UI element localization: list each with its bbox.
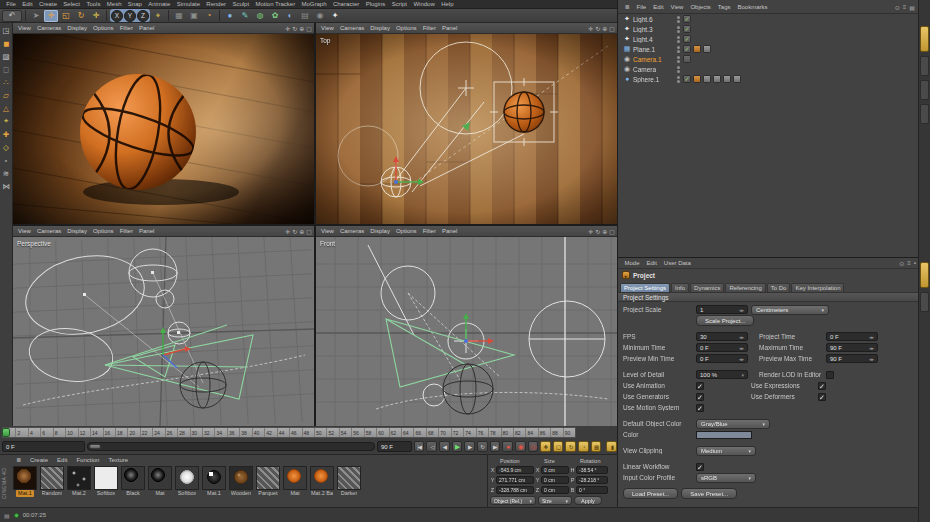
tweak-mode-button[interactable]: ✚ xyxy=(0,128,12,140)
timeline-tick[interactable]: 72 xyxy=(451,428,463,437)
pan-view-icon[interactable]: ✛ xyxy=(285,25,290,32)
x-axis-lock-button[interactable]: X xyxy=(111,10,123,22)
mirror-button[interactable]: ⋈ xyxy=(0,180,12,192)
previous-frame-button[interactable]: ◀ xyxy=(439,441,450,452)
size-value-field[interactable]: 0 cm xyxy=(541,466,569,474)
object-manager-menu-item[interactable]: Bookmarks xyxy=(734,3,771,12)
timeline-tick[interactable]: 40 xyxy=(252,428,264,437)
material-item[interactable]: Mat xyxy=(147,466,173,497)
record-scale-toggle[interactable]: ▢ xyxy=(553,441,564,452)
timeline-tick[interactable]: 82 xyxy=(513,428,525,437)
pan-view-icon[interactable]: ✛ xyxy=(588,228,593,235)
make-editable-button[interactable]: ◳ xyxy=(0,24,12,36)
maximize-view-icon[interactable]: ▢ xyxy=(306,25,312,32)
y-axis-lock-button[interactable]: Y xyxy=(124,10,136,22)
polygons-mode-button[interactable]: △ xyxy=(0,102,12,114)
viewport-menu-item[interactable]: View xyxy=(318,24,337,33)
timeline-tick[interactable]: 88 xyxy=(550,428,562,437)
minimum-time-field[interactable]: 0 F◂▸ xyxy=(696,343,748,352)
texture-mode-button[interactable]: ▨ xyxy=(0,50,12,62)
menubar-item[interactable]: Animate xyxy=(145,0,173,9)
viewport-menu-item[interactable]: Cameras xyxy=(337,227,367,236)
timeline-slider[interactable] xyxy=(87,442,375,451)
menubar-item[interactable]: Motion Tracker xyxy=(252,0,298,9)
timeline-tick[interactable]: 42 xyxy=(264,428,276,437)
add-camera-button[interactable]: ◉ xyxy=(313,10,327,22)
workplane-lock-button[interactable]: ▪ xyxy=(0,154,12,166)
attribute-tab[interactable]: Info xyxy=(671,283,689,292)
timeline-tick[interactable]: 78 xyxy=(488,428,500,437)
material-thumbnail[interactable] xyxy=(310,466,334,490)
points-mode-button[interactable]: ∴ xyxy=(0,76,12,88)
load-preset-button[interactable]: Load Preset... xyxy=(623,488,678,499)
maximize-view-icon[interactable]: ▢ xyxy=(306,228,312,235)
top-view-canvas[interactable] xyxy=(316,34,617,224)
menubar-item[interactable]: Select xyxy=(60,0,83,9)
size-value-field[interactable]: 0 cm xyxy=(541,486,569,494)
object-row-camera1[interactable]: ◉ Camera.1 xyxy=(618,54,918,64)
timeline-tick[interactable]: 80 xyxy=(501,428,513,437)
menubar-item[interactable]: Tools xyxy=(83,0,103,9)
linear-workflow-checkbox[interactable]: ✓ xyxy=(696,463,704,471)
material-menu-item[interactable]: Create xyxy=(26,456,52,465)
viewport-menu-item[interactable]: Cameras xyxy=(34,24,64,33)
timeline-tick[interactable]: 74 xyxy=(463,428,475,437)
timeline-tick[interactable]: 28 xyxy=(177,428,189,437)
attribute-tab[interactable]: Project Settings xyxy=(620,283,670,292)
position-mode-dropdown[interactable]: Object (Rel.)▾ xyxy=(490,496,536,505)
timeline-tick[interactable]: 14 xyxy=(90,428,102,437)
render-view-button[interactable]: ▦ xyxy=(172,10,186,22)
save-preset-button[interactable]: Save Preset... xyxy=(681,488,737,499)
menubar-item[interactable]: Script xyxy=(389,0,411,9)
visibility-dots[interactable] xyxy=(675,66,681,73)
search-icon[interactable]: ⊙ xyxy=(899,260,904,267)
use-generators-checkbox[interactable]: ✓ xyxy=(696,393,704,401)
viewport-menu-item[interactable]: Options xyxy=(393,227,420,236)
preview-min-field[interactable]: 0 F◂▸ xyxy=(696,354,748,363)
workplane-mode-button[interactable]: ◻ xyxy=(0,63,12,75)
timeline-tick[interactable]: 50 xyxy=(314,428,326,437)
material-item[interactable]: Mat.2 Ba xyxy=(309,466,335,497)
attribute-tab[interactable]: Dynamics xyxy=(690,283,724,292)
camera-render-canvas[interactable] xyxy=(13,34,314,224)
object-row-light3[interactable]: ✦ Light.3 ✓ xyxy=(618,24,918,34)
texture-tag[interactable] xyxy=(723,75,731,83)
timeline-tick[interactable]: 66 xyxy=(413,428,425,437)
viewport-menu-item[interactable]: View xyxy=(15,227,34,236)
object-row-plane1[interactable]: ▦ Plane.1 ✓ xyxy=(618,44,918,54)
timeline-tick[interactable]: 54 xyxy=(339,428,351,437)
material-item[interactable]: Mat.1 xyxy=(201,466,227,497)
timeline-tick[interactable]: 86 xyxy=(538,428,550,437)
timeline-tick[interactable]: 12 xyxy=(78,428,90,437)
viewport-menu-item[interactable]: View xyxy=(318,227,337,236)
add-spline-button[interactable]: ✎ xyxy=(238,10,252,22)
orbit-view-icon[interactable]: ↻ xyxy=(292,228,297,235)
z-axis-lock-button[interactable]: Z xyxy=(137,10,149,22)
maximize-view-icon[interactable]: ▢ xyxy=(609,228,615,235)
object-manager-menu-item[interactable]: View xyxy=(667,3,687,12)
material-menu-item[interactable]: Edit xyxy=(53,456,71,465)
rotation-value-field[interactable]: 0 ° xyxy=(576,486,608,494)
object-row-sphere1[interactable]: ● Sphere.1 ✓ xyxy=(618,74,918,84)
timeline-tick[interactable]: 46 xyxy=(289,428,301,437)
filter-icon[interactable]: ≡ xyxy=(907,260,911,267)
enabled-checkmark-tag[interactable]: ✓ xyxy=(683,25,691,33)
object-row-camera[interactable]: ◉ Camera xyxy=(618,64,918,74)
search-icon[interactable]: ⊙ xyxy=(895,4,900,11)
viewport-menu-item[interactable]: Filter xyxy=(420,24,439,33)
layout-tab[interactable] xyxy=(920,104,929,124)
layout-tab[interactable] xyxy=(920,80,929,100)
viewport-menu-item[interactable]: Filter xyxy=(117,24,136,33)
menubar-item[interactable]: Create xyxy=(36,0,60,9)
current-frame-field[interactable]: 0 F xyxy=(2,441,85,452)
burger-icon[interactable]: ≣ xyxy=(12,456,25,465)
render-settings-button[interactable]: ◔ xyxy=(202,10,216,22)
visibility-dots[interactable] xyxy=(675,36,681,43)
current-frame-marker[interactable] xyxy=(2,428,10,437)
pan-view-icon[interactable]: ✛ xyxy=(285,228,290,235)
zoom-view-icon[interactable]: ⊕ xyxy=(602,228,607,235)
menubar-item[interactable]: Plugins xyxy=(362,0,388,9)
zoom-view-icon[interactable]: ⊕ xyxy=(602,25,607,32)
scale-tool-button[interactable]: ◱ xyxy=(59,10,73,22)
record-rotation-toggle[interactable]: ↻ xyxy=(565,441,576,452)
